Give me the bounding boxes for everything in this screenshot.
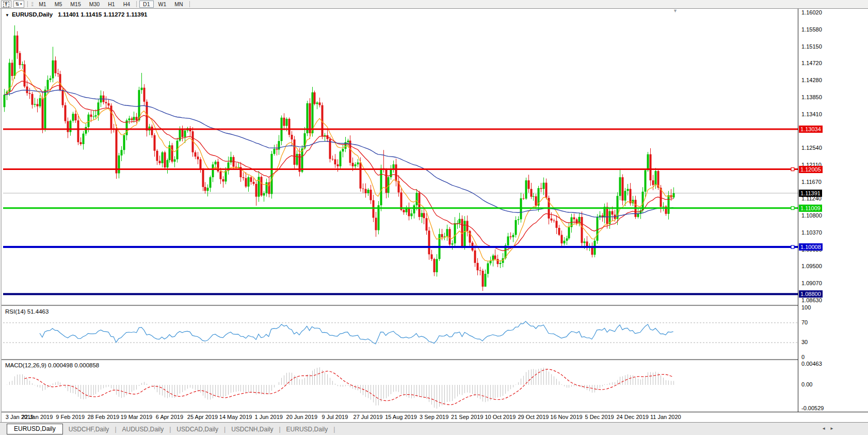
timeframe-button-d1[interactable]: D1: [139, 1, 153, 8]
timeframe-button-w1[interactable]: W1: [155, 1, 170, 8]
timeframe-button-m1[interactable]: M1: [35, 1, 50, 8]
timeframe-button-h1[interactable]: H1: [104, 1, 118, 8]
tab-separator: |: [333, 426, 335, 433]
chart-shift-marker[interactable]: ▼: [673, 8, 678, 13]
chart-tabs: ◄► EURUSD,DailyUSDCHF,Daily|AUDUSD,Daily…: [0, 422, 868, 435]
toolbar-separator: [189, 1, 190, 7]
chart-tab-usdchf-daily[interactable]: USDCHF,Daily: [63, 426, 115, 433]
cursor-tool-button[interactable]: ⇅ ▾: [13, 1, 24, 8]
tab-nav-left-icon[interactable]: ◄: [822, 426, 830, 431]
main-chart-pane[interactable]: [0, 9, 798, 305]
chart-tab-eurusd-daily[interactable]: EURUSD,Daily: [7, 424, 63, 434]
timeframe-button-mn[interactable]: MN: [171, 1, 186, 8]
toolbar-grip-handle[interactable]: ⁞⁞: [31, 2, 34, 7]
timeframe-button-m15[interactable]: M15: [67, 1, 84, 8]
chart-title-symbol: EURUSD,Daily: [12, 11, 53, 18]
toolbar-separator: [136, 1, 137, 7]
chart-tab-usdcad-daily[interactable]: USDCAD,Daily: [171, 426, 224, 433]
chevron-down-icon: ▾: [20, 2, 22, 6]
chart-title-quotes: 1.11401 1.11415 1.11272 1.11391: [58, 11, 147, 18]
chart-title: ▼EURUSD,Daily1.11401 1.11415 1.11272 1.1…: [5, 11, 148, 18]
chart-tab-audusd-daily[interactable]: AUDUSD,Daily: [117, 426, 170, 433]
pane-separator[interactable]: [0, 305, 868, 306]
timeframe-button-m30[interactable]: M30: [86, 1, 103, 8]
tab-nav-right-icon[interactable]: ►: [830, 426, 838, 431]
chart-tab-eurusd-daily[interactable]: EURUSD,Daily: [281, 426, 334, 433]
window-menu-icon: ▼: [5, 13, 9, 18]
cursor-tool-icon: ⇅: [15, 2, 20, 7]
toolbar-separator: [27, 1, 28, 7]
timeframe-button-h4[interactable]: H4: [120, 1, 134, 8]
price-axis[interactable]: [798, 9, 868, 412]
text-tool-icon: T: [3, 2, 9, 7]
top-toolbar: T ⇅ ▾ ⁞⁞ M1M5M15M30H1H4D1W1MN: [0, 0, 868, 9]
text-tool-button[interactable]: T: [1, 1, 11, 8]
rsi-label: RSI(14) 51.4463: [5, 308, 49, 315]
pane-separator[interactable]: [0, 359, 868, 361]
rsi-pane[interactable]: [0, 306, 798, 359]
macd-pane[interactable]: [0, 360, 798, 412]
tab-nav-arrows[interactable]: ◄►: [822, 426, 838, 431]
timeframe-toolbar: M1M5M15M30H1H4D1W1MN: [35, 1, 191, 8]
window-left-frame: [0, 9, 2, 422]
date-axis[interactable]: [0, 412, 868, 423]
timeframe-button-m5[interactable]: M5: [51, 1, 66, 8]
chart-tab-usdcnh-daily[interactable]: USDCNH,Daily: [226, 426, 279, 433]
macd-label: MACD(12,26,9) 0.000498 0.000858: [5, 362, 99, 368]
